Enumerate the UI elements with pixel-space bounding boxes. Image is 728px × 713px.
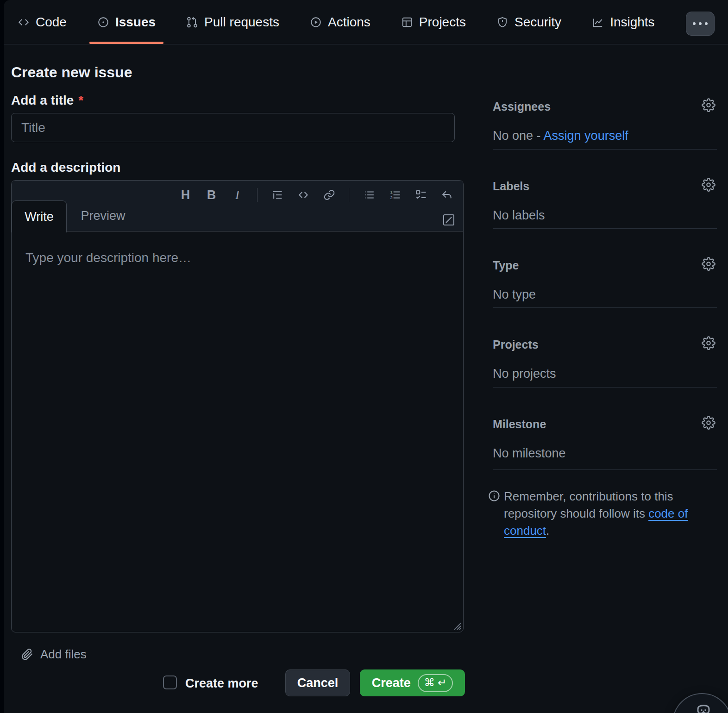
resize-handle[interactable] [451, 619, 462, 631]
quote-icon[interactable] [271, 188, 283, 202]
labels-title: Labels [493, 180, 529, 193]
tab-pull-requests[interactable]: Pull requests [186, 0, 279, 44]
projects-gear-icon[interactable] [702, 336, 715, 350]
info-icon [488, 489, 501, 502]
tab-code[interactable]: Code [18, 0, 67, 44]
git-pull-request-icon [186, 16, 198, 28]
title-label: Add a title* [11, 93, 83, 108]
milestone-title: Milestone [493, 418, 546, 431]
page-title: Create new issue [11, 64, 132, 81]
tab-actions[interactable]: Actions [310, 0, 370, 44]
description-editor: H B I 12 [11, 180, 464, 632]
saved-replies-icon[interactable] [440, 188, 453, 202]
play-circle-icon [310, 16, 322, 28]
svg-text:1: 1 [390, 189, 392, 194]
tab-write[interactable]: Write [12, 200, 67, 232]
nav-overflow-button[interactable] [686, 12, 715, 36]
cancel-button[interactable]: Cancel [285, 669, 350, 696]
assignees-section: Assignees No one - Assign yourself [493, 100, 717, 143]
description-label: Add a description [11, 160, 120, 175]
keyboard-shortcut-badge: ⌘ ↵ [418, 674, 453, 692]
tab-projects[interactable]: Projects [401, 0, 466, 44]
title-input[interactable] [11, 113, 455, 142]
paperclip-icon [21, 648, 33, 661]
create-more-label[interactable]: Create more [185, 676, 258, 691]
kebab-horizontal-icon [693, 22, 696, 25]
projects-value: No projects [493, 367, 717, 381]
create-more-checkbox[interactable] [163, 675, 177, 689]
labels-section: Labels No labels [493, 180, 717, 223]
tab-label: Security [515, 15, 561, 30]
assignees-title: Assignees [493, 100, 551, 113]
sidebar-divider [493, 307, 717, 308]
assignees-gear-icon[interactable] [702, 98, 715, 112]
tab-label: Actions [328, 15, 370, 30]
sidebar-divider [493, 149, 717, 150]
repo-nav: Code Issues Pull requests Actions Projec… [4, 0, 728, 44]
create-button[interactable]: Create ⌘ ↵ [360, 669, 465, 696]
type-value: No type [493, 288, 717, 302]
svg-text:2: 2 [390, 195, 392, 200]
heading-icon[interactable]: H [179, 188, 192, 202]
tab-preview[interactable]: Preview [67, 200, 139, 231]
create-button-label: Create [372, 676, 411, 690]
issue-opened-icon [97, 16, 109, 28]
milestone-gear-icon[interactable] [702, 416, 715, 430]
shield-icon [496, 16, 508, 28]
active-tab-underline [89, 42, 163, 44]
type-gear-icon[interactable] [702, 257, 715, 271]
bold-icon[interactable]: B [205, 188, 218, 202]
code-of-conduct-note: Remember, contributions to this reposito… [504, 488, 718, 539]
type-section: Type No type [493, 259, 717, 302]
tab-security[interactable]: Security [496, 0, 561, 44]
tab-label: Pull requests [204, 15, 279, 30]
editor-header: H B I 12 [12, 181, 463, 231]
sidebar-divider [493, 469, 717, 470]
assignees-value: No one - [493, 129, 544, 143]
add-files-label: Add files [40, 647, 87, 662]
code-icon [18, 16, 30, 28]
tab-label: Projects [419, 15, 466, 30]
milestone-section: Milestone No milestone [493, 418, 717, 461]
projects-title: Projects [493, 338, 539, 351]
ordered-list-icon[interactable]: 12 [389, 188, 401, 202]
italic-icon[interactable]: I [231, 188, 244, 202]
expand-editor-icon[interactable] [441, 212, 457, 228]
markdown-toolbar: H B I 12 [179, 184, 453, 206]
link-icon[interactable] [323, 188, 335, 202]
milestone-value: No milestone [493, 446, 717, 461]
code-icon[interactable] [297, 188, 309, 202]
tab-label: Code [36, 15, 67, 30]
copilot-icon [695, 701, 712, 713]
tab-insights[interactable]: Insights [592, 0, 655, 44]
graph-icon [592, 16, 604, 28]
sidebar-divider [493, 228, 717, 229]
table-icon [401, 16, 413, 28]
assign-yourself-link[interactable]: Assign yourself [544, 129, 628, 143]
task-list-icon[interactable] [414, 188, 427, 202]
description-textarea[interactable] [12, 232, 463, 632]
type-title: Type [493, 259, 519, 272]
projects-section: Projects No projects [493, 338, 717, 381]
sidebar-divider [493, 387, 717, 388]
toolbar-divider [257, 188, 257, 202]
labels-value: No labels [493, 208, 717, 223]
required-asterisk: * [78, 93, 83, 107]
tab-label: Insights [610, 15, 655, 30]
labels-gear-icon[interactable] [702, 178, 715, 192]
add-files-button[interactable]: Add files [21, 647, 87, 662]
unordered-list-icon[interactable] [363, 188, 375, 202]
toolbar-divider [349, 188, 349, 202]
tab-issues[interactable]: Issues [97, 0, 156, 44]
tab-label: Issues [115, 15, 156, 30]
